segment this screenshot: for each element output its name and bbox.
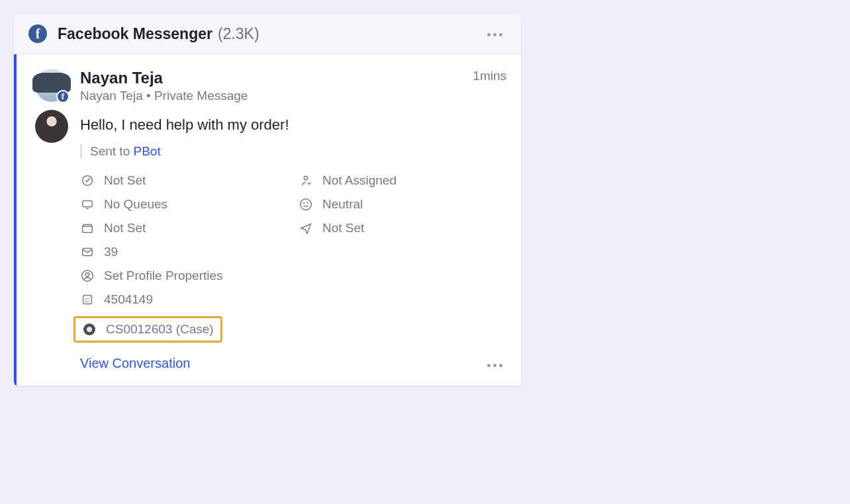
- meta-profile-value: Set Profile Properties: [104, 269, 223, 283]
- sentiment-icon: [299, 197, 313, 212]
- meta-count-value: 39: [104, 245, 118, 259]
- meta-priority-value: Not Set: [104, 173, 146, 188]
- sent-to-target[interactable]: PBot: [134, 144, 161, 158]
- conversation-card[interactable]: f Nayan Teja Nayan Teja • Private Messag…: [14, 54, 521, 386]
- message-text: Hello, I need help with my order!: [80, 115, 506, 135]
- meta-assignee[interactable]: Not Assigned: [299, 173, 506, 188]
- meta-queues-value: No Queues: [104, 197, 167, 212]
- svg-rect-7: [83, 226, 93, 232]
- sender-avatar: [35, 110, 68, 143]
- meta-destination-value: Not Set: [322, 221, 364, 235]
- facebook-badge-icon: f: [56, 90, 70, 103]
- view-conversation-link[interactable]: View Conversation: [80, 356, 190, 371]
- meta-product[interactable]: Not Set: [80, 221, 288, 235]
- svg-rect-2: [83, 200, 93, 206]
- sent-to-prefix: Sent to: [90, 144, 134, 158]
- profile-icon: [80, 269, 95, 283]
- more-options-button[interactable]: [483, 29, 506, 40]
- meta-linked-case[interactable]: CS0012603 (Case): [80, 316, 506, 343]
- channel-name: Facebook Messenger: [58, 25, 212, 43]
- conversation-content: Nayan Teja Nayan Teja • Private Message …: [80, 69, 506, 371]
- meta-assignee-value: Not Assigned: [322, 173, 397, 188]
- meta-sentiment-value: Neutral: [322, 197, 363, 212]
- avatar-column: f: [35, 69, 68, 371]
- svg-point-6: [307, 202, 308, 203]
- priority-icon: [80, 173, 95, 188]
- linked-case-icon: [82, 322, 97, 337]
- sender-subtitle: Nayan Teja • Private Message: [80, 89, 473, 103]
- meta-priority[interactable]: Not Set: [80, 173, 288, 188]
- envelope-icon: [80, 245, 95, 259]
- panel-header: f Facebook Messenger (2.3K): [14, 14, 521, 54]
- time-label: 1mins: [473, 69, 506, 83]
- meta-linked-case-value: CS0012603 (Case): [106, 322, 214, 337]
- svg-point-3: [301, 198, 312, 210]
- svg-point-5: [304, 202, 305, 203]
- meta-destination[interactable]: Not Set: [299, 221, 506, 235]
- meta-case-id[interactable]: C 4504149: [80, 292, 506, 307]
- svg-rect-8: [83, 248, 93, 255]
- svg-point-10: [85, 273, 89, 276]
- meta-sentiment[interactable]: Neutral: [299, 197, 506, 212]
- inbox-panel: f Facebook Messenger (2.3K) f Nayan Teja…: [13, 13, 522, 387]
- meta-profile[interactable]: Set Profile Properties: [80, 269, 506, 283]
- meta-queues[interactable]: No Queues: [80, 197, 288, 212]
- svg-point-1: [304, 176, 308, 180]
- assignee-icon: [299, 173, 313, 188]
- send-icon: [299, 221, 313, 235]
- product-icon: [80, 221, 95, 235]
- meta-product-value: Not Set: [104, 221, 146, 235]
- meta-grid: Not Set Not Assigned No Queues: [80, 173, 506, 343]
- facebook-icon: f: [28, 24, 47, 43]
- queues-icon: [80, 197, 95, 212]
- conversation-avatar: f: [35, 69, 68, 102]
- meta-case-id-value: 4504149: [104, 292, 153, 307]
- thread-more-button[interactable]: [483, 360, 506, 371]
- sent-to-line: Sent to PBot: [80, 144, 506, 159]
- svg-text:C: C: [85, 296, 90, 303]
- meta-count[interactable]: 39: [80, 245, 506, 259]
- case-id-icon: C: [80, 292, 95, 307]
- channel-count: (2.3K): [218, 25, 260, 43]
- sender-name: Nayan Teja: [80, 69, 473, 87]
